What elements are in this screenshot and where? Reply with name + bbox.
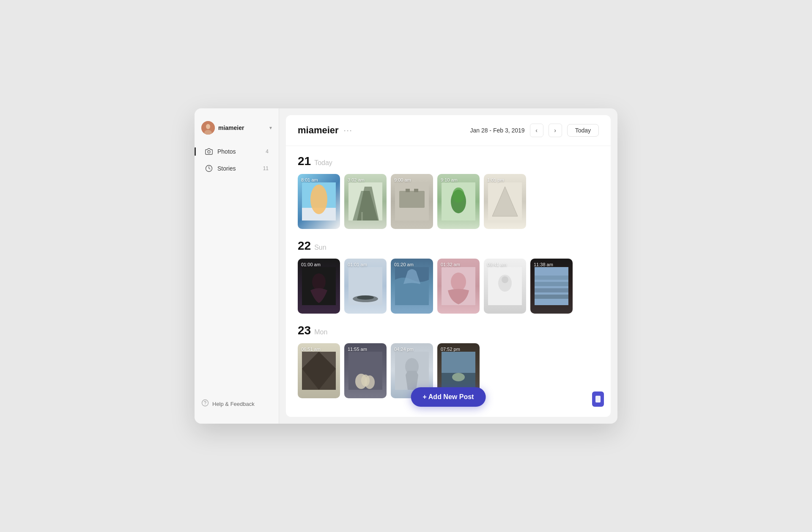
svg-point-1 (206, 124, 210, 129)
stories-badge: 11 (263, 165, 269, 171)
photos-badge: 4 (266, 149, 269, 154)
posts-row-21: 8:01 am 3:02 am 9:00 am (298, 174, 599, 229)
svg-point-5 (202, 400, 208, 406)
post-thumb[interactable]: 01:00 am (298, 259, 340, 314)
sidebar-item-stories[interactable]: Stories 11 (198, 160, 275, 177)
svg-rect-35 (535, 276, 568, 280)
main-content: miameier ··· Jan 28 - Feb 3, 2019 ‹ › To… (286, 115, 611, 417)
post-thumb[interactable]: 09:41 am (484, 259, 526, 314)
svg-rect-15 (399, 191, 425, 208)
svg-point-3 (208, 151, 210, 153)
add-new-post-button[interactable]: + Add New Post (411, 387, 486, 407)
svg-point-27 (357, 295, 374, 300)
post-thumb[interactable]: 01:32 am (437, 259, 480, 314)
corner-icon[interactable] (592, 391, 604, 407)
post-thumb[interactable]: 1:01 pm (484, 174, 526, 229)
post-thumb[interactable]: 01:01 am (344, 259, 387, 314)
sidebar-username: miameier (218, 124, 266, 131)
sidebar-photos-label: Photos (217, 148, 261, 155)
sidebar-nav: Photos 4 Stories 11 (195, 143, 279, 392)
post-time: 11:55 am (348, 347, 367, 352)
post-thumb[interactable]: 9:10 am (437, 174, 480, 229)
help-icon (201, 399, 209, 408)
svg-rect-13 (361, 212, 363, 221)
day-name-23: Mon (314, 328, 327, 336)
svg-point-48 (452, 373, 465, 381)
post-thumb[interactable]: 3:02 am (344, 174, 387, 229)
post-time: 01:32 am (441, 262, 460, 267)
post-time: 9:10 am (441, 177, 458, 182)
day-section-22: 22 Sun 01:00 am 01:01 am (298, 239, 599, 314)
svg-point-20 (453, 187, 464, 203)
page-title: miameier (298, 125, 339, 136)
post-time: 3:02 am (348, 177, 365, 182)
post-thumb[interactable]: 9:00 am (391, 174, 433, 229)
svg-rect-37 (535, 288, 568, 292)
post-time: 9:00 am (394, 177, 411, 182)
day-header-23: 23 Mon (298, 324, 599, 337)
post-time: 8:01 am (301, 177, 318, 182)
day-name-21: Today (314, 159, 332, 167)
post-time: 04:24 pm (394, 347, 414, 352)
camera-icon (205, 147, 213, 156)
today-button[interactable]: Today (567, 124, 599, 137)
day-header-22: 22 Sun (298, 239, 599, 253)
help-feedback-item[interactable]: Help & Feedback (195, 392, 279, 415)
post-thumb[interactable]: 8:01 am (298, 174, 340, 229)
post-time: 06:51 am (301, 347, 321, 352)
help-feedback-label: Help & Feedback (212, 401, 255, 407)
post-time: 01:01 am (348, 262, 367, 267)
post-time: 01:20 am (394, 262, 414, 267)
post-time: 1:01 pm (487, 177, 504, 182)
svg-point-9 (310, 185, 327, 214)
post-time: 01:00 am (301, 262, 321, 267)
svg-point-24 (312, 273, 326, 290)
post-thumb[interactable]: 06:51 am (298, 343, 340, 398)
day-number-22: 22 (298, 239, 311, 253)
chevron-down-icon: ▾ (269, 125, 272, 131)
sidebar: miameier ▾ Photos 4 (195, 108, 279, 424)
day-header-21: 21 Today (298, 154, 599, 168)
posts-area: 21 Today 8:01 am 3:02 am (286, 146, 611, 417)
day-name-22: Sun (314, 244, 326, 251)
prev-week-button[interactable]: ‹ (530, 124, 543, 137)
avatar (201, 121, 215, 135)
main-header: miameier ··· Jan 28 - Feb 3, 2019 ‹ › To… (286, 115, 611, 146)
svg-rect-49 (595, 396, 601, 402)
svg-point-33 (502, 276, 508, 283)
date-range: Jan 28 - Feb 3, 2019 (470, 127, 524, 134)
app-window: miameier ▾ Photos 4 (195, 108, 617, 424)
post-time: 09:41 am (487, 262, 507, 267)
post-time: 11:38 am (534, 262, 553, 267)
sidebar-stories-label: Stories (217, 165, 259, 172)
post-thumb[interactable]: 11:38 am (530, 259, 573, 314)
day-section-21: 21 Today 8:01 am 3:02 am (298, 154, 599, 229)
profile-selector[interactable]: miameier ▾ (195, 117, 279, 143)
more-options-button[interactable]: ··· (344, 126, 353, 135)
post-time: 07:52 pm (441, 347, 460, 352)
post-thumb[interactable]: 11:55 am (344, 343, 387, 398)
svg-rect-36 (535, 282, 568, 286)
day-number-21: 21 (298, 154, 311, 168)
svg-point-30 (451, 273, 466, 291)
sidebar-item-photos[interactable]: Photos 4 (198, 143, 275, 160)
svg-rect-17 (414, 189, 418, 192)
svg-rect-38 (535, 295, 568, 299)
day-number-23: 23 (298, 324, 311, 337)
svg-rect-16 (406, 189, 410, 192)
clock-icon (205, 164, 213, 173)
posts-row-22: 01:00 am 01:01 am 01:20 am (298, 259, 599, 314)
svg-point-43 (361, 375, 370, 386)
post-thumb[interactable]: 01:20 am (391, 259, 433, 314)
next-week-button[interactable]: › (549, 124, 562, 137)
